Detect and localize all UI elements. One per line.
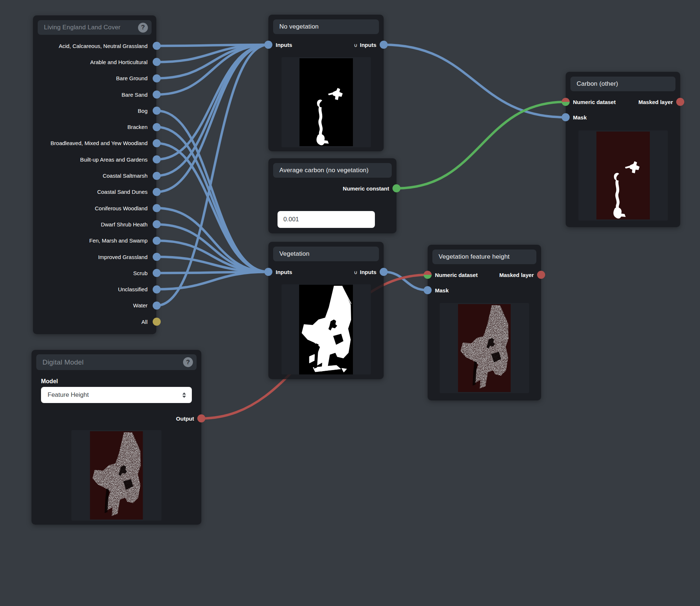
node-average-carbon[interactable]: Average carbon (no vegetation) Numeric c… (268, 158, 396, 233)
list-item: Built-up Areas and Gardens (33, 151, 156, 167)
node-vegetation-feature-height[interactable]: Vegetation feature height Numeric datase… (428, 245, 541, 400)
model-select[interactable]: Feature Height (41, 387, 192, 403)
numeric-dataset-label: Numeric dataset (435, 272, 478, 278)
inputs-port[interactable] (264, 41, 272, 49)
list-item: Dwarf Shrub Heath (33, 216, 156, 232)
numeric-constant-input[interactable] (278, 211, 375, 228)
node-title-field[interactable]: Vegetation (273, 247, 379, 261)
node-title-field[interactable]: No vegetation (273, 19, 379, 34)
model-select-value: Feature Height (48, 391, 89, 399)
output-port-arable-and-horticultural[interactable] (153, 58, 161, 66)
carbon-other-thumbnail (578, 130, 668, 221)
output-label-all: All (141, 319, 148, 325)
node-canvas[interactable]: { "colors":{"blue":"#6b92c0","green":"#5… (0, 0, 700, 606)
output-port-bare-sand[interactable] (153, 90, 161, 99)
output-port[interactable] (197, 414, 205, 422)
output-port-bracken[interactable] (153, 123, 161, 131)
output-label-water: Water (133, 302, 148, 308)
union-inputs-label: ∪Inputs (354, 269, 376, 275)
list-item: Improved Grassland (33, 249, 156, 265)
output-port-unclassified[interactable] (153, 285, 161, 293)
mask-port[interactable] (424, 286, 432, 294)
output-label-coastal-saltmarsh: Coastal Saltmarsh (103, 173, 148, 179)
node-carbon-other[interactable]: Carbon (other) Numeric dataset Masked la… (566, 72, 680, 227)
node-title: Average carbon (no vegetation) (279, 167, 369, 174)
output-label: Output (176, 415, 194, 422)
output-label-fen-marsh-and-swamp: Fen, Marsh and Swamp (89, 237, 148, 244)
output-label-arable-and-horticultural: Arable and Horticultural (90, 59, 148, 65)
numeric-dataset-port[interactable] (424, 271, 432, 279)
numeric-dataset-label: Numeric dataset (573, 99, 616, 105)
node-title-field[interactable]: Average carbon (no vegetation) (273, 163, 392, 178)
node-no-vegetation[interactable]: No vegetation Inputs ∪Inputs (268, 15, 384, 151)
output-port-scrub[interactable] (153, 269, 161, 277)
list-item: Fen, Marsh and Swamp (33, 233, 156, 249)
output-port-coastal-sand-dunes[interactable] (153, 188, 161, 196)
mask-port[interactable] (562, 113, 570, 121)
output-port-built-up-areas-and-gardens[interactable] (153, 155, 161, 163)
no-vegetation-thumbnail (282, 57, 371, 147)
numeric-dataset-port[interactable] (562, 98, 570, 106)
numeric-constant-label: Numeric constant (343, 185, 389, 192)
masked-layer-label: Masked layer (499, 272, 534, 278)
output-label-unclassified: Unclassified (118, 286, 148, 292)
vegetation-thumbnail (282, 284, 371, 374)
list-item: Coniferous Woodland (33, 200, 156, 216)
output-label-dwarf-shrub-heath: Dwarf Shrub Heath (101, 221, 148, 228)
output-port-bare-ground[interactable] (153, 74, 161, 82)
numeric-constant-port[interactable] (392, 184, 401, 192)
masked-layer-port[interactable] (537, 271, 545, 279)
node-living-england-land-cover[interactable]: Living England Land Cover ? Acid, Calcar… (33, 15, 156, 334)
list-item: Bracken (33, 119, 156, 135)
node-title: Living England Land Cover (44, 24, 120, 31)
union-inputs-port[interactable] (380, 268, 388, 276)
help-icon[interactable]: ? (138, 23, 148, 33)
output-port-coastal-saltmarsh[interactable] (153, 172, 161, 180)
output-port-acid-calcareous-neutral-grassland[interactable] (153, 42, 161, 50)
list-item: Coastal Saltmarsh (33, 167, 156, 184)
mask-label: Mask (573, 114, 587, 121)
masked-layer-label: Masked layer (638, 99, 673, 105)
node-title-field[interactable]: Carbon (other) (570, 77, 675, 91)
output-port-improved-grassland[interactable] (153, 253, 161, 261)
output-port-bog[interactable] (153, 107, 161, 115)
output-port-dwarf-shrub-heath[interactable] (153, 220, 161, 228)
union-inputs-port[interactable] (380, 41, 388, 49)
output-label-coniferous-woodland: Coniferous Woodland (95, 205, 148, 211)
output-label-bog: Bog (138, 108, 148, 114)
list-item: Arable and Horticultural (33, 54, 156, 70)
output-label-improved-grassland: Improved Grassland (98, 254, 148, 260)
inputs-label: Inputs (276, 42, 292, 48)
inputs-label: Inputs (276, 269, 292, 275)
output-label-built-up-areas-and-gardens: Built-up Areas and Gardens (80, 156, 148, 163)
masked-layer-port[interactable] (676, 98, 684, 106)
node-digital-model[interactable]: Digital Model ? Model Feature Height Out… (31, 350, 201, 525)
output-label-acid-calcareous-neutral-grassland: Acid, Calcareous, Neutral Grassland (59, 43, 148, 49)
list-item: All (33, 314, 156, 330)
select-arrows-icon (182, 392, 186, 398)
output-port-water[interactable] (153, 302, 161, 310)
land-cover-outputs: Acid, Calcareous, Neutral GrasslandArabl… (33, 35, 156, 330)
help-icon[interactable]: ? (183, 357, 193, 367)
list-item: Bare Ground (33, 70, 156, 86)
union-symbol: ∪ (354, 270, 357, 275)
list-item: Bog (33, 103, 156, 119)
output-port-broadleaved-mixed-and-yew-woodland[interactable] (153, 139, 161, 147)
output-port-fen-marsh-and-swamp[interactable] (153, 237, 161, 245)
union-symbol: ∪ (354, 43, 357, 48)
node-title-field[interactable]: Living England Land Cover ? (38, 20, 152, 35)
inputs-port[interactable] (264, 268, 272, 276)
node-title: Carbon (other) (577, 80, 618, 88)
output-port-coniferous-woodland[interactable] (153, 204, 161, 212)
node-title-field[interactable]: Digital Model ? (36, 354, 197, 370)
node-title-field[interactable]: Vegetation feature height (432, 250, 536, 264)
vegetation-feature-height-thumbnail (440, 303, 529, 393)
node-vegetation[interactable]: Vegetation Inputs ∪Inputs (268, 242, 384, 379)
node-title: Vegetation feature height (439, 253, 510, 260)
model-label: Model (41, 378, 201, 385)
output-port-all[interactable] (153, 318, 161, 326)
output-label-bare-ground: Bare Ground (116, 75, 148, 81)
digital-model-thumbnail (71, 430, 161, 521)
node-title: Vegetation (279, 250, 309, 258)
output-label-bracken: Bracken (127, 124, 148, 130)
